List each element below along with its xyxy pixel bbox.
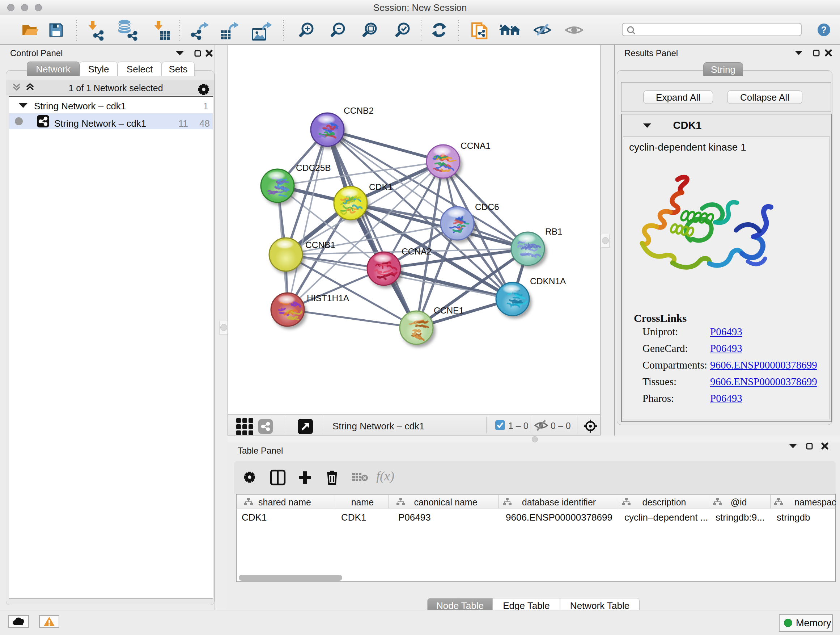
svg-text:CCNA1: CCNA1	[461, 141, 491, 150]
svg-text:HIST1H1A: HIST1H1A	[307, 293, 349, 303]
svg-text:CDKN1A: CDKN1A	[530, 276, 566, 286]
svg-text:CDK1: CDK1	[369, 182, 393, 192]
svg-text:CCNB2: CCNB2	[344, 106, 374, 116]
svg-text:CDC6: CDC6	[475, 202, 499, 212]
svg-text:CDC25B: CDC25B	[296, 163, 331, 173]
svg-text:CCNE1: CCNE1	[434, 306, 464, 315]
svg-text:RB1: RB1	[545, 226, 562, 236]
svg-text:CCNA2: CCNA2	[401, 247, 431, 256]
svg-text:CCNB1: CCNB1	[305, 240, 335, 250]
